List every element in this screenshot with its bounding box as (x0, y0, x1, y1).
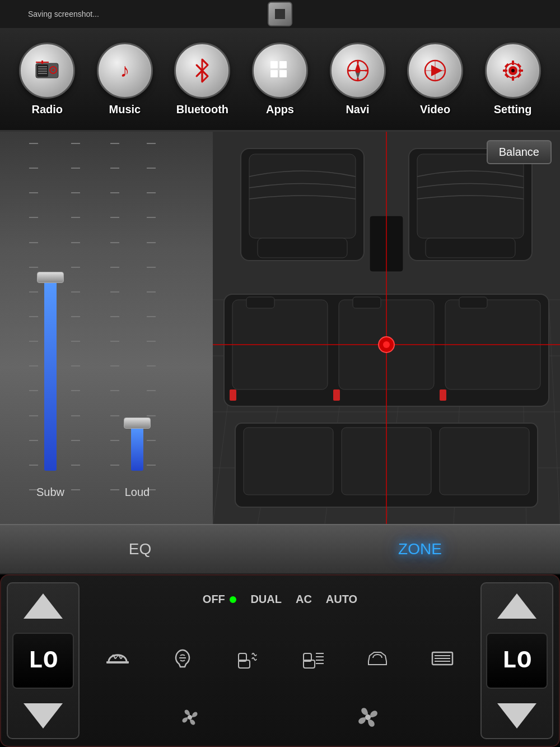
stop-button[interactable] (268, 2, 292, 26)
music-icon-circle: ♪ (97, 43, 153, 99)
fan-low-icon (178, 706, 202, 729)
nav-label-music: Music (109, 103, 141, 116)
nav-bar: Radio ♪ Music Bluetooth (0, 28, 560, 132)
svg-point-84 (383, 341, 390, 348)
nav-item-setting[interactable]: Setting (479, 43, 547, 116)
svg-rect-64 (417, 154, 524, 238)
arrow-up-right-icon (497, 593, 536, 619)
setting-icon-circle (485, 43, 541, 99)
defrost-windshield-icon (104, 644, 131, 671)
nav-label-apps: Apps (266, 103, 294, 116)
bluetooth-icon-circle (174, 43, 230, 99)
recirculate-icon (364, 644, 391, 671)
right-temp-display: LO (486, 633, 548, 689)
fan-high-btn[interactable] (353, 703, 382, 736)
main-area: Balance (0, 132, 560, 524)
setting-icon (499, 57, 527, 85)
svg-rect-80 (440, 428, 529, 495)
fan-low-btn[interactable] (178, 706, 202, 734)
nav-item-navi[interactable]: Navi (324, 43, 391, 116)
balance-button[interactable]: Balance (487, 140, 552, 164)
svg-rect-9 (41, 61, 43, 64)
tab-zone[interactable]: ZONE (280, 525, 560, 573)
svg-rect-85 (106, 661, 129, 664)
svg-rect-19 (270, 70, 278, 77)
svg-point-47 (511, 69, 515, 72)
nav-label-radio: Radio (32, 103, 63, 116)
svg-rect-75 (333, 389, 340, 401)
rear-defrost-icon (429, 644, 456, 671)
climate-off-btn[interactable]: OFF (197, 590, 242, 609)
nav-label-bluetooth: Bluetooth (176, 103, 228, 116)
svg-rect-40 (503, 69, 507, 72)
right-temp-up[interactable] (489, 589, 545, 623)
apps-icon (266, 57, 294, 85)
vent-body-btn[interactable] (166, 641, 199, 675)
svg-rect-17 (270, 61, 278, 68)
seat-heat-rear-btn[interactable] (296, 641, 329, 675)
svg-point-7 (52, 69, 54, 71)
bluetooth-icon (188, 57, 216, 85)
saving-text: Saving screenshot... (28, 10, 99, 18)
svg-rect-18 (279, 61, 287, 68)
svg-rect-61 (249, 154, 356, 238)
fan-row (85, 700, 475, 739)
svg-rect-39 (512, 76, 514, 81)
arrow-down-icon (24, 703, 63, 729)
right-temp-control: LO (480, 582, 553, 739)
svg-rect-65 (426, 238, 515, 258)
subw-slider[interactable]: Subw (31, 143, 70, 502)
vent-body-icon (169, 644, 196, 671)
rear-defrost-btn[interactable] (426, 641, 459, 675)
arrow-down-right-icon (497, 703, 536, 729)
svg-rect-76 (440, 389, 446, 401)
climate-center: OFF DUAL AC AUTO (85, 582, 475, 739)
subw-thumb[interactable] (37, 272, 64, 283)
climate-top-row: OFF DUAL AC AUTO (85, 582, 475, 616)
defrost-windshield-btn[interactable] (101, 641, 134, 675)
recirculate-btn[interactable] (361, 641, 394, 675)
svg-text:♪: ♪ (120, 59, 129, 81)
svg-rect-62 (258, 238, 347, 258)
climate-auto-btn[interactable]: AUTO (320, 590, 363, 609)
nav-item-video[interactable]: Video (402, 43, 469, 116)
nav-label-setting: Setting (494, 103, 532, 116)
climate-icons-row (85, 616, 475, 700)
car-interior-svg (213, 132, 560, 524)
subw-label: Subw (36, 486, 64, 499)
climate-bar: LO OFF DUAL AC AUTO (0, 574, 560, 747)
svg-rect-38 (512, 61, 514, 65)
video-icon-circle (407, 43, 463, 99)
stop-icon (275, 9, 285, 19)
svg-point-98 (188, 715, 192, 720)
tab-eq[interactable]: EQ (0, 525, 280, 573)
loud-slider[interactable]: Loud (118, 143, 157, 502)
nav-item-radio[interactable]: Radio (13, 43, 81, 116)
nav-label-navi: Navi (346, 103, 369, 116)
seat-heat-front-btn[interactable] (231, 641, 264, 675)
svg-rect-74 (230, 389, 236, 401)
right-temp-down[interactable] (489, 699, 545, 732)
arrow-up-icon (24, 593, 63, 619)
climate-ac-btn[interactable]: AC (290, 590, 318, 609)
nav-item-apps[interactable]: Apps (246, 43, 314, 116)
bottom-tabs: EQ ZONE (0, 524, 560, 574)
navi-icon (344, 57, 372, 85)
left-temp-down[interactable] (15, 699, 71, 732)
fan-high-icon (353, 703, 382, 732)
nav-item-music[interactable]: ♪ Music (91, 43, 158, 116)
left-temp-display: LO (12, 633, 74, 689)
climate-dual-btn[interactable]: DUAL (245, 590, 287, 609)
seat-heat-rear-icon (299, 644, 326, 671)
car-interior[interactable] (213, 132, 560, 524)
loud-label: Loud (125, 486, 150, 499)
left-temp-up[interactable] (15, 589, 71, 623)
apps-icon-circle (252, 43, 308, 99)
loud-thumb[interactable] (124, 417, 151, 429)
radio-icon-circle (19, 43, 75, 99)
nav-item-bluetooth[interactable]: Bluetooth (169, 43, 236, 116)
radio-icon (33, 57, 61, 85)
navi-icon-circle (330, 43, 386, 99)
svg-rect-20 (279, 70, 287, 77)
left-temp-control: LO (7, 582, 80, 739)
